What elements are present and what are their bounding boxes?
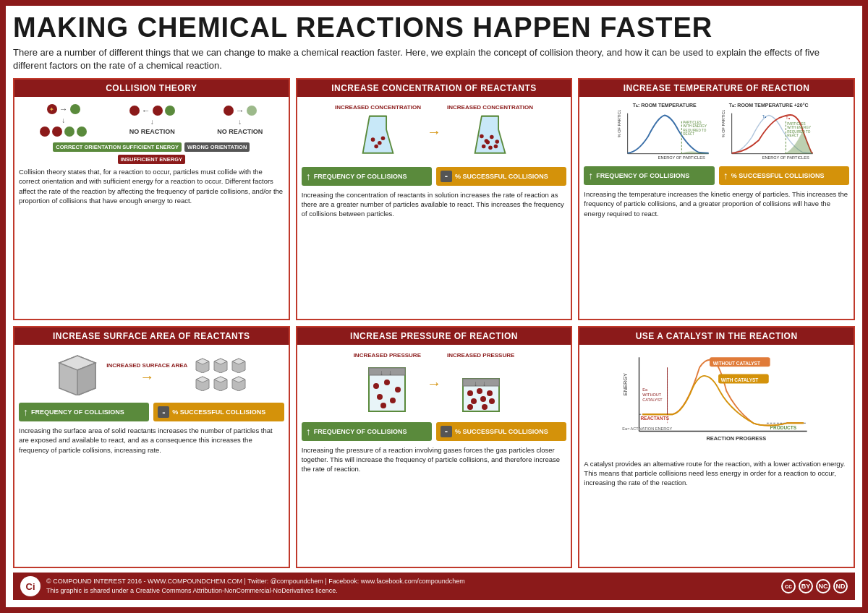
dash-conc: - [441, 171, 452, 182]
particle-red-3 [52, 127, 62, 137]
svg-text:REACTION PROGRESS: REACTION PROGRESS [707, 435, 767, 442]
catalyst-text: A catalyst provides an alternative route… [584, 459, 849, 562]
collision-theory-panel: COLLISION THEORY ✦ → ↓ [13, 78, 290, 320]
svg-point-60 [380, 403, 386, 408]
big-cube-svg [56, 352, 99, 395]
pressure-body: INCREASED PRESSURE ↓ ↓ [297, 345, 571, 567]
particle-red-5 [153, 106, 163, 116]
footer-text: © COMPOUND INTEREST 2016 - WWW.COMPOUNDC… [46, 577, 465, 595]
flask-1-col: INCREASED CONCENTRATION [335, 104, 421, 160]
particle-green-4 [165, 106, 175, 116]
collision-legend: CORRECT ORIENTATION SUFFICIENT ENERGY WR… [19, 142, 284, 164]
footer-copyright: © COMPOUND INTEREST 2016 - WWW.COMPOUNDC… [46, 577, 465, 586]
frequency-badge-surface: ↑ FREQUENCY OF COLLISIONS [19, 403, 149, 421]
flasks-row: INCREASED CONCENTRATION [302, 101, 567, 163]
concentration-label-1: INCREASED CONCENTRATION [335, 104, 421, 111]
temp-graph-2-label: T₂: ROOM TEMPERATURE +20°C [729, 103, 809, 108]
flask-2 [470, 113, 510, 160]
temp-graph-1-svg: % OF PARTICLES ENERGY OF PARTICLES PARTI… [614, 110, 715, 160]
small-cube-5 [213, 375, 229, 391]
frequency-badge-pressure: ↑ FREQUENCY OF COLLISIONS [302, 422, 432, 441]
temp-graph-2-container: T₂: ROOM TEMPERATURE +20°C % OF PARTICLE… [718, 103, 820, 160]
collision-text: Collision theory states that, for a reac… [19, 167, 284, 314]
concentration-badges: ↑ FREQUENCY OF COLLISIONS - % SUCCESSFUL… [302, 167, 567, 186]
svg-point-56 [384, 380, 390, 385]
svg-text:Ea= ACTIVATION ENERGY: Ea= ACTIVATION ENERGY [623, 426, 673, 431]
svg-text:REQUIRED TO: REQUIRED TO [683, 129, 707, 132]
pressure-badges: ↑ FREQUENCY OF COLLISIONS - % SUCCESSFUL… [302, 422, 567, 441]
svg-text:↓: ↓ [388, 369, 392, 377]
svg-point-68 [471, 398, 477, 404]
cylinder-1-col: INCREASED PRESSURE ↓ ↓ [354, 352, 421, 415]
collision-group-wrong: ← ↓ NO REACTION [129, 106, 175, 135]
up-arrow-conc: ↑ [306, 171, 311, 182]
pressure-panel: INCREASE PRESSURE OF REACTION INCREASED … [296, 326, 573, 568]
svg-point-55 [373, 383, 379, 389]
successful-badge-temp: ↑ % SUCCESSFUL COLLISIONS [719, 166, 849, 185]
svg-text:↓: ↓ [380, 369, 383, 377]
catalyst-body: ENERGY REACTION PROGRESS REACTANTS PRODU… [579, 345, 854, 567]
concentration-header: INCREASE CONCENTRATION OF REACTANTS [297, 80, 571, 97]
arrow-3: → [236, 106, 244, 116]
footer: Ci © COMPOUND INTEREST 2016 - WWW.COMPOU… [13, 573, 855, 600]
temp-graph-2-svg: % OF PARTICLES ENERGY OF PARTICLES T₁ T₂ [718, 110, 820, 160]
svg-point-12 [482, 144, 486, 148]
dash-pressure: - [441, 426, 452, 437]
svg-text:ENERGY OF PARTICLES: ENERGY OF PARTICLES [658, 155, 705, 160]
cylinders-row: INCREASED PRESSURE ↓ ↓ [302, 349, 567, 418]
circles-insuff-top: → [224, 106, 257, 116]
big-cube-wrap [56, 352, 99, 395]
flask-2-col: INCREASED CONCENTRATION [447, 104, 533, 160]
concentration-label-2: INCREASED CONCENTRATION [447, 104, 533, 111]
circles-success-top: ✦ → [47, 104, 80, 114]
svg-text:T₂: T₂ [786, 116, 790, 120]
svg-text:CATALYST: CATALYST [643, 398, 663, 402]
surface-area-body: INCREASED SURFACE AREA → [14, 345, 289, 567]
catalyst-panel: USE A CATALYST IN THE REACTION ENERGY RE… [578, 326, 855, 568]
cubes-row: INCREASED SURFACE AREA → [19, 349, 284, 398]
successful-label-conc: % SUCCESSFUL COLLISIONS [455, 173, 548, 180]
particle-red-4 [129, 106, 140, 116]
small-cubes-grid [195, 357, 247, 391]
flask-arrow: → [427, 124, 441, 140]
by-icon: BY [799, 579, 813, 593]
main-container: MAKING CHEMICAL REACTIONS HAPPEN FASTER … [0, 0, 868, 613]
badge-insufficient: INSUFFICIENT ENERGY [118, 155, 185, 164]
pressure-text: Increasing the pressure of a reaction in… [302, 445, 567, 562]
footer-logo: Ci [20, 576, 41, 596]
footer-left: Ci © COMPOUND INTEREST 2016 - WWW.COMPOU… [20, 576, 465, 596]
svg-text:↓: ↓ [482, 380, 486, 387]
surface-arrow-col: INCREASED SURFACE AREA → [106, 362, 187, 386]
temperature-panel: INCREASE TEMPERATURE OF REACTION T₁: ROO… [578, 78, 855, 320]
nc-icon: NC [816, 579, 830, 593]
svg-text:WITH ENERGY: WITH ENERGY [683, 124, 707, 128]
svg-text:REACTANTS: REACTANTS [641, 416, 670, 421]
cc-icons: cc BY NC ND [781, 579, 848, 593]
main-title: MAKING CHEMICAL REACTIONS HAPPEN FASTER [13, 13, 855, 43]
svg-text:↓: ↓ [474, 380, 477, 387]
particle-red-6 [224, 106, 234, 116]
svg-text:ENERGY OF PARTICLES: ENERGY OF PARTICLES [762, 155, 809, 160]
temperature-badges: ↑ FREQUENCY OF COLLISIONS ↑ % SUCCESSFUL… [584, 166, 849, 185]
no-reaction-1: NO REACTION [129, 128, 175, 135]
no-reaction-2: NO REACTION [217, 128, 263, 135]
particle-green-1 [70, 104, 80, 114]
nd-icon: ND [833, 579, 848, 593]
subtitle: There are a number of different things t… [13, 46, 855, 72]
up-arrow-pressure: ↑ [306, 426, 311, 437]
catalyst-graph: ENERGY REACTION PROGRESS REACTANTS PRODU… [584, 349, 849, 455]
small-cube-3 [231, 357, 247, 373]
frequency-label-surface: FREQUENCY OF COLLISIONS [31, 408, 124, 416]
successful-label-surface: % SUCCESSFUL COLLISIONS [172, 408, 265, 416]
svg-point-59 [390, 398, 396, 403]
temp-graph-1-container: T₁: ROOM TEMPERATURE % OF PARTICLES ENER… [614, 103, 715, 160]
frequency-badge-conc: ↑ FREQUENCY OF COLLISIONS [302, 167, 432, 186]
frequency-label-pressure: FREQUENCY OF COLLISIONS [314, 428, 407, 435]
arrow-2: ← [142, 106, 150, 116]
particle-green-2 [64, 127, 75, 137]
pressure-arrow: → [427, 375, 441, 392]
up-arrow-temp-success: ↑ [723, 170, 728, 181]
circles-wrong-top: ← [129, 106, 175, 116]
temperature-body: T₁: ROOM TEMPERATURE % OF PARTICLES ENER… [579, 97, 854, 319]
svg-text:REACT: REACT [787, 134, 799, 138]
